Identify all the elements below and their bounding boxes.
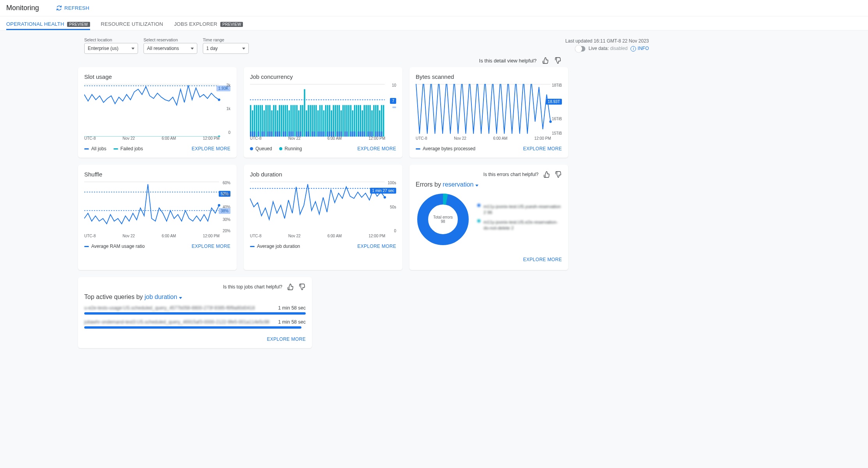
- svg-rect-105: [360, 132, 361, 137]
- svg-rect-38: [285, 132, 286, 137]
- svg-rect-14: [258, 132, 259, 137]
- card-errors: Is this errors chart helpful? Errors by …: [409, 165, 568, 270]
- reservation-select[interactable]: All reservations: [143, 43, 197, 54]
- reservation-label: Select reservation: [143, 37, 197, 42]
- svg-rect-77: [329, 132, 330, 137]
- svg-rect-64: [315, 105, 317, 137]
- svg-rect-46: [294, 105, 296, 137]
- svg-rect-123: [379, 132, 380, 137]
- thumbs-up-icon[interactable]: [543, 171, 550, 178]
- refresh-icon: [56, 5, 62, 11]
- info-button[interactable]: i INFO: [631, 45, 649, 52]
- svg-rect-15: [260, 105, 261, 137]
- svg-rect-121: [377, 132, 378, 137]
- svg-rect-96: [350, 132, 351, 137]
- svg-rect-81: [333, 132, 334, 137]
- svg-rect-119: [375, 132, 376, 137]
- explore-slot-usage[interactable]: EXPLORE MORE: [191, 146, 230, 151]
- svg-rect-107: [362, 132, 363, 137]
- card-bytes-scanned: Bytes scanned 18TiB 18.93T 16TiB 15TiB U…: [409, 67, 568, 158]
- svg-rect-24: [269, 132, 270, 137]
- svg-rect-88: [340, 132, 342, 137]
- svg-rect-52: [300, 132, 301, 137]
- chevron-down-icon: [191, 48, 194, 50]
- svg-rect-50: [298, 132, 299, 137]
- tab-resource-utilization[interactable]: RESOURCE UTILIZATION: [101, 21, 163, 30]
- explore-shuffle[interactable]: EXPLORE MORE: [191, 244, 230, 249]
- card-job-duration: Job duration 100s 1 min 27 sec 50s 0 UTC…: [244, 165, 402, 270]
- svg-rect-19: [264, 132, 265, 137]
- thumbs-down-icon[interactable]: [554, 57, 562, 64]
- tab-operational-health[interactable]: OPERATIONAL HEALTH PREVIEW: [6, 21, 90, 30]
- svg-rect-45: [292, 132, 294, 137]
- svg-rect-98: [352, 132, 353, 137]
- svg-rect-22: [267, 132, 268, 137]
- svg-rect-100: [354, 132, 355, 137]
- bytes-scanned-chart: 18TiB 18.93T 16TiB 15TiB: [416, 84, 562, 135]
- explore-job-concurrency[interactable]: EXPLORE MORE: [357, 146, 396, 151]
- svg-rect-7: [250, 132, 251, 137]
- job-duration-chart: 100s 1 min 27 sec 50s 0: [250, 182, 396, 232]
- card-shuffle: Shuffle 60% 52% 50% 40% 38% 30% 20% UTC-…: [78, 165, 237, 270]
- svg-rect-58: [308, 132, 309, 137]
- svg-rect-41: [289, 132, 290, 137]
- svg-rect-73: [325, 105, 326, 137]
- svg-rect-89: [342, 105, 344, 137]
- location-label: Select location: [84, 37, 138, 42]
- errors-dimension-select[interactable]: reservation: [443, 181, 478, 188]
- helpful-errors-text: Is this errors chart helpful?: [484, 172, 539, 177]
- timerange-label: Time range: [203, 37, 249, 42]
- errors-donut-chart: Total errors 98: [416, 192, 470, 247]
- svg-point-136: [384, 196, 386, 198]
- svg-rect-56: [306, 132, 307, 137]
- svg-rect-112: [367, 132, 368, 137]
- svg-rect-125: [381, 132, 382, 137]
- svg-rect-72: [323, 132, 324, 137]
- svg-rect-91: [344, 132, 345, 137]
- topquery-row[interactable]: 1 min 58 sec u-e2e-tests-usage:US.schedu…: [84, 305, 306, 315]
- explore-errors[interactable]: EXPLORE MORE: [523, 257, 562, 262]
- thumbs-up-icon[interactable]: [542, 57, 549, 64]
- svg-rect-33: [279, 132, 280, 137]
- svg-rect-101: [356, 105, 357, 137]
- card-top-queries: Is this top jobs chart helpful? Top acti…: [78, 277, 312, 348]
- chevron-down-icon: [242, 48, 245, 50]
- refresh-button[interactable]: REFRESH: [56, 5, 89, 11]
- svg-rect-70: [321, 132, 322, 137]
- svg-rect-53: [302, 105, 303, 137]
- explore-top-queries[interactable]: EXPLORE MORE: [267, 336, 306, 342]
- card-slot-usage: Slot usage 1.93K 2k 1k 0 UTC-8Nov 226:00…: [78, 67, 237, 158]
- errors-legend-item: m11y-joonix-test.US.yuesh-reservation 2 …: [477, 204, 562, 215]
- location-select[interactable]: Enterprise (us): [84, 43, 138, 54]
- topquery-row[interactable]: 1 min 58 sec juliawhr-ondemand-test3:US.…: [84, 319, 306, 329]
- svg-rect-79: [331, 132, 332, 137]
- svg-rect-109: [363, 132, 365, 137]
- svg-point-129: [549, 121, 552, 123]
- svg-rect-75: [327, 132, 328, 137]
- svg-point-2: [218, 98, 220, 101]
- slot-usage-chart: 1.93K 2k 1k 0: [84, 84, 230, 135]
- svg-rect-114: [369, 132, 370, 137]
- svg-rect-84: [337, 132, 338, 137]
- info-icon: i: [631, 46, 636, 52]
- svg-rect-103: [358, 132, 359, 137]
- thumbs-down-icon[interactable]: [555, 171, 562, 178]
- timerange-select[interactable]: 1 day: [203, 43, 249, 54]
- errors-legend-item: m11y-joonix-test.US.e2e-reservation-do-n…: [477, 219, 562, 231]
- svg-rect-82: [335, 105, 336, 137]
- thumbs-up-icon[interactable]: [287, 283, 294, 290]
- svg-rect-86: [338, 132, 340, 137]
- explore-bytes-scanned[interactable]: EXPLORE MORE: [523, 146, 562, 151]
- svg-rect-39: [287, 105, 288, 137]
- thumbs-down-icon[interactable]: [299, 283, 306, 290]
- live-data-toggle[interactable]: [575, 46, 585, 52]
- svg-rect-11: [254, 132, 255, 137]
- svg-rect-94: [348, 105, 349, 137]
- topqueries-dimension-select[interactable]: job duration: [145, 294, 182, 300]
- svg-rect-110: [365, 105, 367, 137]
- explore-job-duration[interactable]: EXPLORE MORE: [357, 244, 396, 249]
- svg-rect-116: [371, 132, 372, 137]
- svg-rect-117: [373, 105, 374, 137]
- svg-rect-59: [310, 105, 311, 137]
- tab-jobs-explorer[interactable]: JOBS EXPLORER PREVIEW: [174, 21, 243, 30]
